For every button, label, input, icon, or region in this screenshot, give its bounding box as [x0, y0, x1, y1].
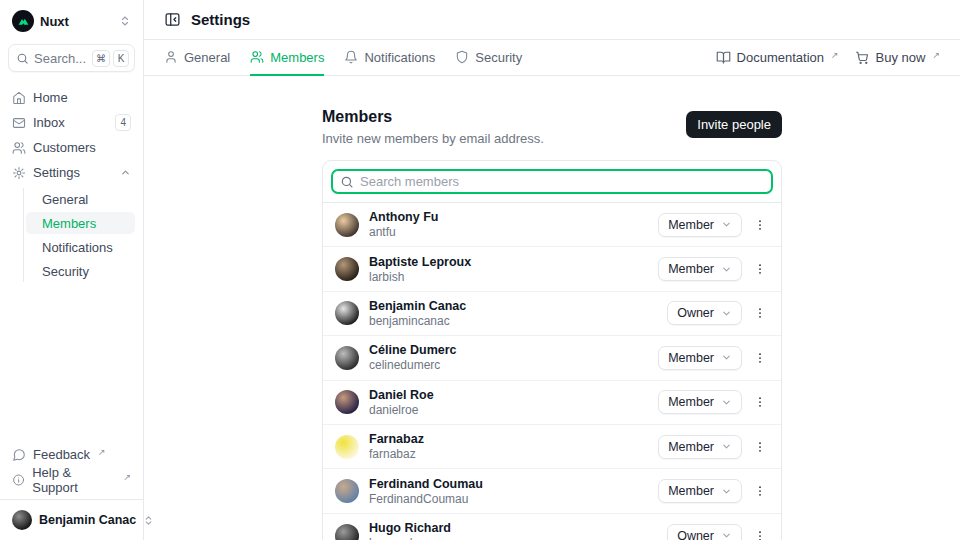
member-actions-button[interactable]: [751, 304, 769, 322]
inbox-icon: [12, 116, 26, 130]
subnav-label: Members: [42, 216, 96, 231]
documentation-label: Documentation: [737, 50, 824, 65]
global-search-button[interactable]: Search... ⌘ K: [8, 44, 135, 72]
member-actions-button[interactable]: [751, 349, 769, 367]
user-name: Benjamin Canac: [39, 513, 136, 527]
section-title: Members: [322, 107, 544, 126]
sidebar-item-settings[interactable]: Settings: [8, 161, 135, 184]
page-header: Settings: [144, 0, 960, 40]
member-actions-button[interactable]: [751, 438, 769, 456]
gear-icon: [12, 166, 26, 180]
sidebar-footer-links: Feedback ↗ Help & Support ↗: [8, 443, 135, 491]
chevron-down-icon: [721, 397, 732, 408]
member-name: Daniel Roe: [369, 388, 434, 402]
role-label: Owner: [677, 306, 714, 320]
members-section-header: Members Invite new members by email addr…: [322, 107, 782, 147]
tab-members[interactable]: Members: [250, 40, 324, 76]
member-row: Benjamin Canacbenjamincanac Owner: [323, 292, 781, 336]
sidebar-item-inbox[interactable]: Inbox 4: [8, 111, 135, 134]
role-label: Member: [668, 351, 714, 365]
kbd-k: K: [113, 50, 129, 67]
tab-security[interactable]: Security: [455, 40, 522, 76]
member-name: Benjamin Canac: [369, 299, 466, 313]
role-select[interactable]: Member: [658, 257, 742, 281]
member-actions-button[interactable]: [751, 393, 769, 411]
avatar: [335, 257, 359, 281]
info-circle-icon: [12, 473, 25, 487]
tab-label: General: [184, 50, 230, 65]
team-selector[interactable]: Nuxt: [8, 10, 135, 44]
member-actions-button[interactable]: [751, 216, 769, 234]
chevron-down-icon: [721, 219, 732, 230]
app-window: Nuxt Search... ⌘ K Home Inbox 4: [0, 0, 960, 540]
role-label: Member: [668, 395, 714, 409]
avatar: [335, 346, 359, 370]
tab-label: Security: [475, 50, 522, 65]
role-select[interactable]: Member: [658, 479, 742, 503]
members-search-field: [331, 169, 773, 194]
tab-general[interactable]: General: [164, 40, 230, 76]
avatar: [335, 301, 359, 325]
kebab-menu-icon: [753, 484, 767, 498]
member-name: Ferdinand Coumau: [369, 477, 483, 491]
member-username: danielroe: [369, 403, 434, 417]
user-menu[interactable]: Benjamin Canac: [8, 500, 135, 532]
member-actions-button[interactable]: [751, 260, 769, 278]
shopping-cart-icon: [855, 50, 870, 65]
member-name: Baptiste Leproux: [369, 255, 471, 269]
role-select[interactable]: Owner: [667, 301, 742, 325]
role-select[interactable]: Owner: [667, 524, 742, 540]
member-actions-button[interactable]: [751, 482, 769, 500]
invite-people-button[interactable]: Invite people: [686, 111, 782, 138]
help-support-link[interactable]: Help & Support ↗: [8, 468, 135, 491]
inbox-count-badge: 4: [115, 114, 131, 131]
kebab-menu-icon: [753, 440, 767, 454]
avatar: [335, 524, 359, 540]
members-search-input[interactable]: [360, 174, 764, 189]
feedback-link[interactable]: Feedback ↗: [8, 443, 135, 466]
kebab-menu-icon: [753, 395, 767, 409]
chevron-down-icon: [721, 530, 732, 540]
role-select[interactable]: Member: [658, 390, 742, 414]
shield-icon: [455, 50, 469, 64]
collapse-sidebar-button[interactable]: [164, 11, 181, 28]
feedback-label: Feedback: [33, 447, 90, 462]
role-select[interactable]: Member: [658, 346, 742, 370]
sidebar-item-customers[interactable]: Customers: [8, 136, 135, 159]
sidebar-item-notifications[interactable]: Notifications: [26, 236, 135, 258]
tab-label: Notifications: [364, 50, 435, 65]
kbd-cmd: ⌘: [92, 50, 110, 67]
main-area: Settings General Members Notifications S…: [144, 0, 960, 540]
tab-notifications[interactable]: Notifications: [344, 40, 435, 76]
settings-content: Members Invite new members by email addr…: [144, 76, 960, 540]
bell-icon: [344, 50, 358, 64]
chevron-down-icon: [721, 352, 732, 363]
role-select[interactable]: Member: [658, 213, 742, 237]
member-name: Anthony Fu: [369, 210, 438, 224]
home-icon: [12, 91, 26, 105]
sidebar-item-home[interactable]: Home: [8, 86, 135, 109]
user-icon: [164, 50, 178, 64]
users-icon: [12, 141, 26, 155]
subnav-label: Security: [42, 264, 89, 279]
tab-label: Members: [270, 50, 324, 65]
sidebar-item-general[interactable]: General: [26, 188, 135, 210]
external-link-icon: ↗: [831, 50, 839, 60]
kebab-menu-icon: [753, 306, 767, 320]
sidebar-item-label: Home: [33, 90, 68, 105]
member-username: larbish: [369, 270, 471, 284]
role-select[interactable]: Member: [658, 435, 742, 459]
avatar: [335, 213, 359, 237]
member-name: Hugo Richard: [369, 521, 451, 535]
global-search-label: Search...: [34, 51, 86, 66]
sidebar-item-security[interactable]: Security: [26, 260, 135, 282]
member-username: hugorcd: [369, 536, 451, 540]
tabbar-actions: Documentation ↗ Buy now ↗: [716, 40, 940, 75]
member-actions-button[interactable]: [751, 527, 769, 540]
search-icon: [16, 52, 29, 65]
sidebar-item-members[interactable]: Members: [26, 212, 135, 234]
member-username: farnabaz: [369, 447, 424, 461]
documentation-button[interactable]: Documentation ↗: [716, 50, 839, 65]
buy-now-button[interactable]: Buy now ↗: [855, 50, 940, 65]
team-name: Nuxt: [40, 14, 69, 29]
